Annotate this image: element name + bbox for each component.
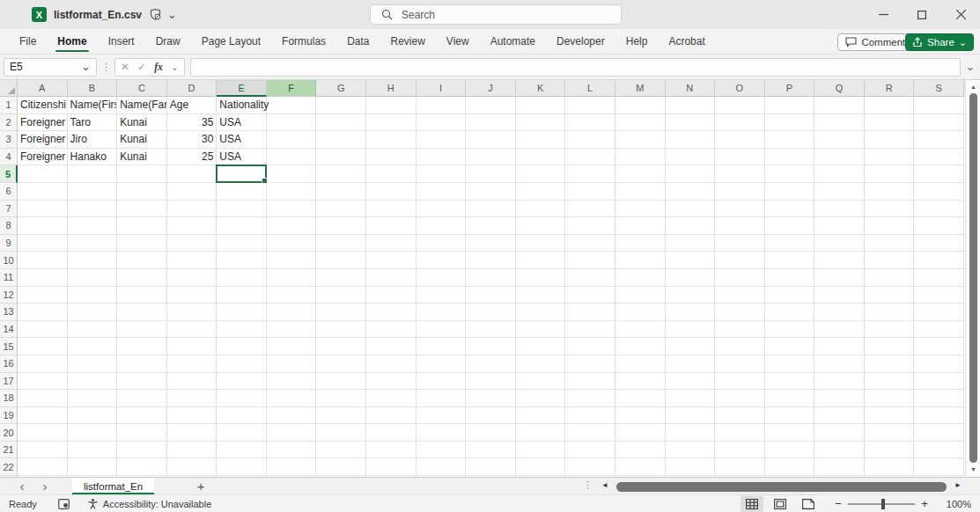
column-header-P[interactable]: P <box>765 80 815 97</box>
column-header-F[interactable]: F <box>267 80 317 97</box>
cell-D4[interactable]: 25 <box>167 149 217 166</box>
cell-H12[interactable] <box>366 287 416 304</box>
cell-R18[interactable] <box>865 390 915 407</box>
cell-C17[interactable] <box>117 373 167 391</box>
cell-N11[interactable] <box>666 269 716 287</box>
cell-J6[interactable] <box>466 183 516 201</box>
cell-C11[interactable] <box>117 269 167 287</box>
ribbon-tab-developer[interactable]: Developer <box>546 29 615 54</box>
cell-D16[interactable] <box>167 355 217 373</box>
cell-E11[interactable] <box>217 269 267 287</box>
row-header-10[interactable]: 10 <box>0 252 18 269</box>
cell-R7[interactable] <box>865 201 915 218</box>
cell-Q20[interactable] <box>814 424 865 442</box>
cell-G21[interactable] <box>316 442 366 459</box>
cell-C4[interactable]: Kunai <box>117 149 167 166</box>
cell-D5[interactable] <box>167 165 217 183</box>
cell-G5[interactable] <box>316 165 366 183</box>
cell-M21[interactable] <box>615 442 666 459</box>
cell-M7[interactable] <box>615 201 666 218</box>
cell-L21[interactable] <box>565 442 615 459</box>
cell-O2[interactable] <box>715 114 765 132</box>
cell-J15[interactable] <box>466 338 516 355</box>
cell-B15[interactable] <box>68 338 118 355</box>
cell-Q17[interactable] <box>814 373 865 391</box>
cell-F22[interactable] <box>267 458 317 476</box>
row-header-19[interactable]: 19 <box>0 407 18 425</box>
cell-P13[interactable] <box>765 304 815 321</box>
cell-C16[interactable] <box>117 355 167 373</box>
cell-F17[interactable] <box>267 373 317 391</box>
cell-F1[interactable] <box>267 97 317 114</box>
cell-D9[interactable] <box>167 235 217 252</box>
cell-J3[interactable] <box>466 131 516 149</box>
cell-O17[interactable] <box>715 373 765 391</box>
cell-D11[interactable] <box>167 269 217 287</box>
cell-C18[interactable] <box>117 390 167 407</box>
cell-M11[interactable] <box>615 269 666 287</box>
cell-G10[interactable] <box>316 252 366 269</box>
cell-H22[interactable] <box>366 458 416 476</box>
horizontal-scrollbar-thumb[interactable] <box>616 482 947 492</box>
cell-F5[interactable] <box>267 165 317 183</box>
cell-I2[interactable] <box>416 114 467 132</box>
cell-R13[interactable] <box>865 304 915 321</box>
cell-S7[interactable] <box>914 201 964 218</box>
cell-R12[interactable] <box>865 287 915 304</box>
cell-K6[interactable] <box>516 183 566 201</box>
cell-E8[interactable] <box>217 217 267 235</box>
cell-E4[interactable]: USA <box>217 149 267 166</box>
cell-S2[interactable] <box>914 114 964 132</box>
column-header-A[interactable]: A <box>18 80 68 97</box>
row-header-20[interactable]: 20 <box>0 424 18 442</box>
cell-N7[interactable] <box>666 201 716 218</box>
cell-C6[interactable] <box>117 183 167 201</box>
cell-L6[interactable] <box>565 183 615 201</box>
cell-S15[interactable] <box>914 338 964 355</box>
cell-S1[interactable] <box>914 97 964 114</box>
cell-Q13[interactable] <box>814 304 865 321</box>
cell-H18[interactable] <box>366 390 416 407</box>
cell-L19[interactable] <box>565 407 615 425</box>
cell-F3[interactable] <box>267 131 317 149</box>
cell-K3[interactable] <box>516 131 566 149</box>
cell-B6[interactable] <box>68 183 118 201</box>
cell-R4[interactable] <box>865 149 915 166</box>
cell-L17[interactable] <box>565 373 615 391</box>
share-button[interactable]: Share ⌄ <box>905 33 974 51</box>
row-header-2[interactable]: 2 <box>0 114 18 132</box>
cell-A14[interactable] <box>18 321 68 339</box>
cell-R16[interactable] <box>865 355 915 373</box>
cell-K2[interactable] <box>516 114 566 132</box>
cell-B4[interactable]: Hanako <box>68 149 118 166</box>
ribbon-tab-data[interactable]: Data <box>336 29 379 54</box>
column-header-L[interactable]: L <box>565 80 615 97</box>
cell-L7[interactable] <box>565 201 615 218</box>
expand-formula-bar-icon[interactable]: ⌄ <box>961 62 980 71</box>
cell-I7[interactable] <box>416 201 467 218</box>
cell-R14[interactable] <box>865 321 915 339</box>
cell-S19[interactable] <box>914 407 964 425</box>
cell-Q14[interactable] <box>814 321 865 339</box>
row-header-1[interactable]: 1 <box>0 97 18 114</box>
row-header-8[interactable]: 8 <box>0 217 18 235</box>
ribbon-tab-review[interactable]: Review <box>379 29 435 54</box>
cell-J21[interactable] <box>466 442 516 459</box>
cell-N12[interactable] <box>666 287 716 304</box>
cell-E10[interactable] <box>217 252 267 269</box>
cell-E2[interactable]: USA <box>217 114 267 132</box>
cell-M1[interactable] <box>615 97 666 114</box>
cell-N22[interactable] <box>666 458 716 476</box>
cell-Q5[interactable] <box>814 165 865 183</box>
cell-O7[interactable] <box>715 201 765 218</box>
cell-H3[interactable] <box>366 131 416 149</box>
cell-K15[interactable] <box>516 338 566 355</box>
cell-K5[interactable] <box>516 165 566 183</box>
cell-A20[interactable] <box>18 424 68 442</box>
column-header-B[interactable]: B <box>68 80 118 97</box>
cell-P12[interactable] <box>765 287 815 304</box>
cell-P8[interactable] <box>765 217 815 235</box>
page-layout-view-button[interactable] <box>769 496 792 512</box>
cell-K14[interactable] <box>516 321 566 339</box>
cell-O18[interactable] <box>715 390 765 407</box>
